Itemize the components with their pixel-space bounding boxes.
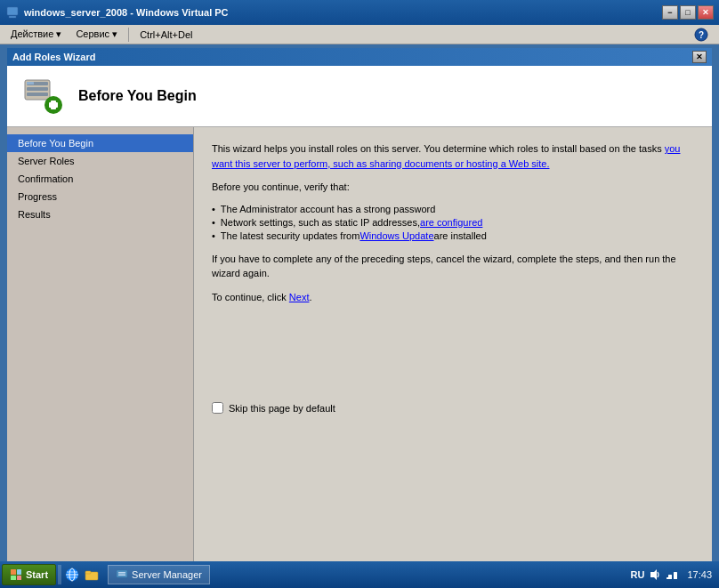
next-link[interactable]: Next: [289, 292, 310, 302]
svg-rect-14: [11, 576, 16, 580]
svg-rect-11: [49, 102, 58, 108]
bullet-text-1: The Administrator account has a strong p…: [221, 204, 436, 214]
service-menu[interactable]: Сервис ▾: [69, 27, 125, 42]
lang-indicator: RU: [631, 569, 645, 580]
server-manager-label: Server Manager: [132, 569, 202, 580]
bullet-link-2[interactable]: are configured: [420, 217, 482, 228]
wizard-nav: Before You Begin Server Roles Confirmati…: [7, 127, 194, 563]
svg-rect-28: [674, 572, 677, 579]
svg-text:?: ?: [699, 30, 704, 40]
continue-period: .: [309, 292, 311, 302]
wizard-header-title: Before You Begin: [78, 88, 197, 104]
title-bar: windows_server_2008 - Windows Virtual PC…: [0, 0, 719, 25]
window-controls: − □ ✕: [662, 5, 714, 20]
svg-rect-7: [27, 93, 48, 96]
tray-icons: RU: [631, 568, 681, 582]
svg-rect-12: [11, 569, 16, 575]
server-manager-icon: [116, 568, 128, 581]
taskbar-separator: [58, 565, 61, 584]
close-button[interactable]: ✕: [698, 5, 714, 20]
bullet-list: • The Administrator account has a strong…: [212, 204, 694, 241]
wizard-header: Before You Begin: [7, 66, 712, 127]
bullet-text-2a: Network settings, such as static IP addr…: [221, 217, 420, 228]
svg-rect-13: [17, 569, 21, 575]
quick-launch: [63, 566, 101, 584]
svg-rect-0: [7, 7, 18, 15]
menu-bar: Действие ▾ Сервис ▾ Ctrl+Alt+Del ?: [0, 25, 719, 44]
bullet-text-3a: The latest security updates from: [221, 230, 360, 241]
start-button[interactable]: Start: [2, 564, 56, 585]
content-spacer: [212, 313, 694, 384]
nav-results[interactable]: Results: [7, 205, 193, 223]
taskbar-tray: RU 17:43: [626, 568, 717, 582]
folder-icon-quick[interactable]: [83, 566, 101, 584]
bullet-text-3b: are installed: [434, 230, 487, 241]
taskbar-items: Server Manager: [108, 565, 622, 584]
bullet-2: • Network settings, such as static IP ad…: [212, 217, 694, 228]
skip-checkbox[interactable]: [212, 402, 223, 414]
svg-rect-6: [27, 87, 48, 91]
svg-rect-8: [27, 82, 34, 85]
dialog-container: Add Roles Wizard ✕ Before You Begin: [7, 48, 712, 588]
svg-rect-24: [118, 572, 125, 574]
bullet-dot-1: •: [212, 204, 215, 214]
minimize-button[interactable]: −: [662, 5, 678, 20]
nav-confirmation[interactable]: Confirmation: [7, 170, 193, 188]
wizard-content: This wizard helps you install roles on t…: [194, 127, 712, 563]
svg-rect-29: [666, 577, 670, 579]
dialog-close-button[interactable]: ✕: [692, 51, 707, 63]
bullet-dot-3: •: [212, 230, 215, 241]
svg-rect-22: [85, 571, 91, 574]
skip-checkbox-area: Skip this page by default: [212, 402, 694, 414]
svg-rect-15: [17, 576, 21, 580]
cancel-paragraph: If you have to complete any of the prece…: [212, 252, 694, 281]
bullet-1: • The Administrator account has a strong…: [212, 204, 694, 214]
clock: 17:43: [687, 569, 712, 580]
help-button[interactable]: ?: [687, 26, 715, 44]
menu-separator: [128, 28, 129, 42]
start-label: Start: [26, 569, 48, 580]
svg-rect-25: [118, 575, 125, 576]
dialog-title-bar: Add Roles Wizard ✕: [7, 48, 712, 66]
nav-progress[interactable]: Progress: [7, 188, 193, 205]
wizard-icon: [21, 75, 64, 117]
wizard-body: Before You Begin Server Roles Confirmati…: [7, 127, 712, 563]
window-title: windows_server_2008 - Windows Virtual PC: [24, 7, 662, 18]
dialog-title: Add Roles Wizard: [12, 52, 95, 62]
bullet-dot-2: •: [212, 217, 215, 228]
bullet-3: • The latest security updates from Windo…: [212, 230, 694, 241]
cad-button[interactable]: Ctrl+Alt+Del: [133, 28, 199, 42]
server-add-icon: [21, 75, 64, 117]
skip-checkbox-label[interactable]: Skip this page by default: [229, 403, 335, 414]
svg-rect-23: [117, 570, 127, 577]
help-icon: ?: [694, 28, 708, 42]
verify-paragraph: Before you continue, verify that:: [212, 180, 694, 195]
svg-marker-26: [650, 569, 657, 580]
intro-text-1: This wizard helps you install roles on t…: [212, 143, 665, 154]
windows-logo-icon: [10, 568, 22, 581]
intro-paragraph: This wizard helps you install roles on t…: [212, 141, 694, 171]
network-icon[interactable]: [666, 568, 680, 582]
nav-before-you-begin[interactable]: Before You Begin: [7, 134, 193, 152]
server-manager-taskbar[interactable]: Server Manager: [108, 565, 210, 584]
app-icon: [5, 5, 20, 20]
speaker-icon[interactable]: [648, 568, 662, 582]
bullet-link-3[interactable]: Windows Update: [360, 230, 433, 241]
ie-icon[interactable]: [63, 566, 81, 584]
nav-server-roles[interactable]: Server Roles: [7, 152, 193, 170]
maximize-button[interactable]: □: [680, 5, 696, 20]
action-menu[interactable]: Действие ▾: [4, 27, 69, 42]
svg-rect-1: [9, 16, 16, 18]
continue-paragraph: To continue, click Next.: [212, 290, 694, 305]
folder-icon: [85, 568, 99, 582]
taskbar: Start Server Man: [0, 561, 719, 588]
internet-explorer-icon: [65, 568, 79, 582]
continue-text: To continue, click: [212, 292, 289, 302]
